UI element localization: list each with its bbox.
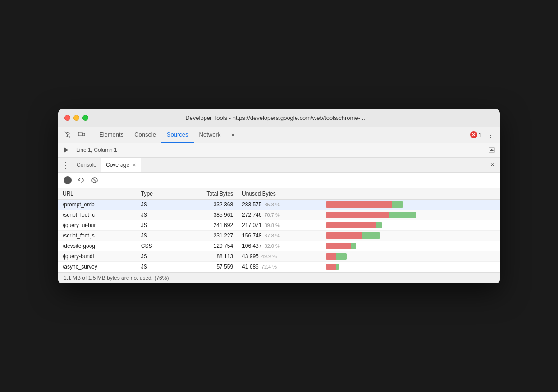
device-toggle-icon[interactable] [75, 128, 88, 141]
table-row[interactable]: /prompt_emb JS 332 368 283 575 85.3 % [58, 199, 500, 210]
cell-total-bytes: 57 559 [174, 261, 238, 272]
table-row[interactable]: /jquery_ui-bur JS 241 692 217 071 89.8 % [58, 220, 500, 230]
clear-button[interactable] [90, 175, 100, 185]
play-icon[interactable] [62, 146, 71, 155]
toolbar-right: ✕ 1 ⋮ [470, 130, 496, 140]
col-unused-bytes: Unused Bytes [238, 188, 321, 200]
cell-bar [321, 251, 500, 261]
status-text: Line 1, Column 1 [73, 147, 121, 153]
up-arrow-icon[interactable] [487, 146, 496, 155]
error-count: 1 [479, 132, 482, 138]
cell-total-bytes: 88 113 [174, 251, 238, 261]
table-row[interactable]: /async_survey JS 57 559 41 686 72.4 % [58, 261, 500, 272]
cell-unused-bytes: 283 575 85.3 % [238, 199, 321, 210]
error-icon: ✕ [470, 131, 477, 138]
cell-url: /devsite-goog [58, 241, 137, 251]
coverage-panel: ⋮ Console Coverage ✕ × [58, 158, 500, 283]
tab-elements[interactable]: Elements [94, 127, 129, 143]
cell-unused-bytes: 156 748 67.8 % [238, 230, 321, 241]
cell-bar [321, 210, 500, 220]
cell-url: /jquery-bundl [58, 251, 137, 261]
devtools-toolbar: Elements Console Sources Network » ✕ 1 ⋮ [58, 127, 500, 143]
col-type: Type [137, 188, 174, 200]
col-url: URL [58, 188, 137, 200]
title-bar: Developer Tools - https://developers.goo… [58, 109, 500, 127]
error-badge: ✕ 1 [470, 131, 482, 138]
cell-total-bytes: 241 692 [174, 220, 238, 230]
cell-bar [321, 199, 500, 210]
cell-type: JS [137, 251, 174, 261]
cell-url: /jquery_ui-bur [58, 220, 137, 230]
status-text: 1.1 MB of 1.5 MB bytes are not used. (76… [64, 275, 169, 281]
cell-bar [321, 241, 500, 251]
cell-unused-bytes: 217 071 89.8 % [238, 220, 321, 230]
cell-url: /async_survey [58, 261, 137, 272]
tab-navigation: Elements Console Sources Network » [94, 127, 469, 143]
devtools-window: Developer Tools - https://developers.goo… [58, 109, 500, 283]
toolbar-divider [91, 130, 91, 139]
tab-panel-coverage[interactable]: Coverage ✕ [101, 158, 141, 172]
cell-total-bytes: 385 961 [174, 210, 238, 220]
cell-total-bytes: 332 368 [174, 199, 238, 210]
cell-type: CSS [137, 241, 174, 251]
cell-bar [321, 261, 500, 272]
window-title: Developer Tools - https://developers.goo… [58, 114, 494, 121]
secondary-toolbar: Line 1, Column 1 [58, 143, 500, 158]
cell-type: JS [137, 261, 174, 272]
cell-url: /script_foot.js [58, 230, 137, 241]
coverage-tab-close[interactable]: ✕ [132, 162, 136, 168]
svg-marker-3 [64, 147, 69, 153]
cell-bar [321, 220, 500, 230]
cell-type: JS [137, 230, 174, 241]
record-button[interactable] [63, 175, 73, 185]
cell-bar [321, 230, 500, 241]
coverage-toolbar [58, 173, 500, 188]
cell-type: JS [137, 220, 174, 230]
col-total-bytes: Total Bytes [174, 188, 238, 200]
cell-total-bytes: 231 227 [174, 230, 238, 241]
cell-unused-bytes: 41 686 72.4 % [238, 261, 321, 272]
col-bar [321, 188, 500, 200]
table-row[interactable]: /script_foot.js JS 231 227 156 748 67.8 … [58, 230, 500, 241]
table-row[interactable]: /devsite-goog CSS 129 754 106 437 82.0 % [58, 241, 500, 251]
tab-panel-console[interactable]: Console [72, 158, 101, 172]
tab-console[interactable]: Console [129, 127, 161, 143]
table-row[interactable]: /script_foot_c JS 385 961 272 746 70.7 % [58, 210, 500, 220]
cell-url: /prompt_emb [58, 199, 137, 210]
tab-network[interactable]: Network [194, 127, 226, 143]
cell-unused-bytes: 272 746 70.7 % [238, 210, 321, 220]
more-menu-button[interactable]: ⋮ [485, 130, 496, 140]
svg-rect-0 [78, 132, 82, 136]
cell-unused-bytes: 106 437 82.0 % [238, 241, 321, 251]
panel-tabs: ⋮ Console Coverage ✕ × [58, 158, 500, 173]
cell-total-bytes: 129 754 [174, 241, 238, 251]
panel-close-button[interactable]: × [489, 161, 496, 169]
refresh-button[interactable] [76, 175, 86, 185]
table-row[interactable]: /jquery-bundl JS 88 113 43 995 49.9 % [58, 251, 500, 261]
svg-rect-1 [82, 133, 85, 136]
cell-type: JS [137, 199, 174, 210]
cell-type: JS [137, 210, 174, 220]
tab-sources[interactable]: Sources [161, 127, 194, 143]
panel-tab-dots[interactable]: ⋮ [62, 160, 69, 170]
cell-url: /script_foot_c [58, 210, 137, 220]
inspector-icon[interactable] [62, 128, 74, 141]
cell-unused-bytes: 43 995 49.9 % [238, 251, 321, 261]
svg-line-7 [93, 178, 96, 182]
status-bar: 1.1 MB of 1.5 MB bytes are not used. (76… [58, 272, 500, 283]
tab-more[interactable]: » [226, 127, 240, 143]
coverage-table: URL Type Total Bytes Unused Bytes /promp… [58, 188, 500, 272]
